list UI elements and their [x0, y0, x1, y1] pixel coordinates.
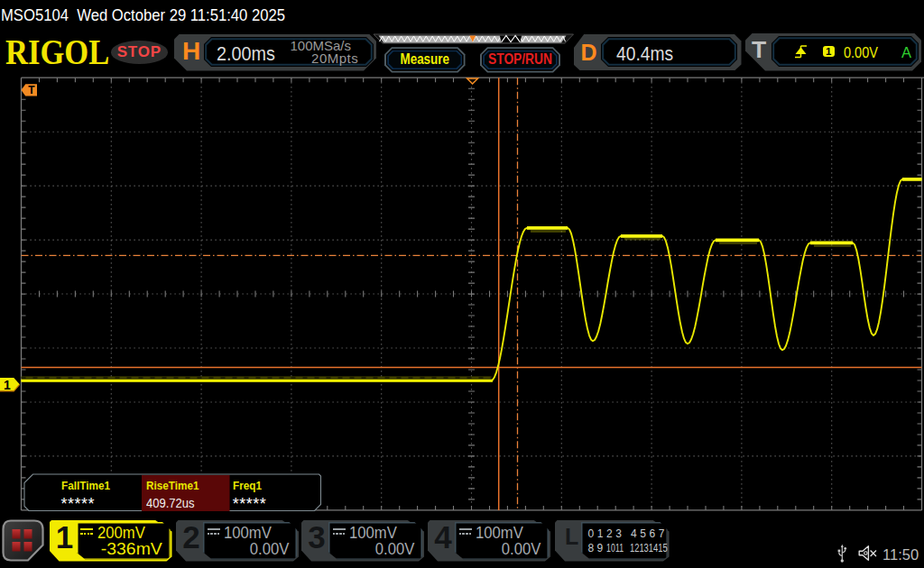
svg-text:1: 1: [4, 378, 11, 392]
svg-text:T: T: [28, 84, 35, 96]
